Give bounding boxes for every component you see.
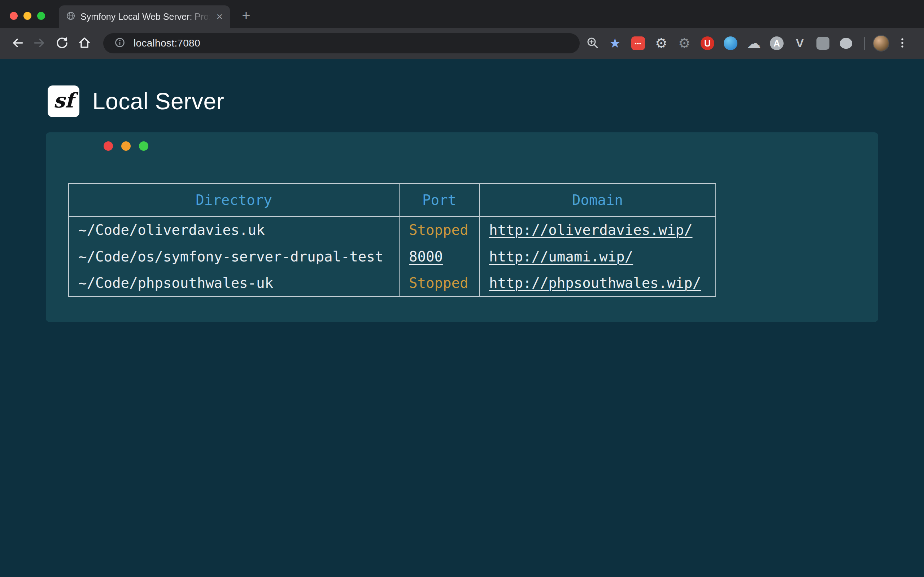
home-icon [76, 35, 92, 52]
forward-icon [32, 35, 48, 52]
port-link[interactable]: 8000 [409, 248, 443, 265]
table-row: ~/Code/oliverdavies.ukStoppedhttp://oliv… [69, 216, 716, 243]
kebab-menu-icon [894, 35, 910, 52]
table-row: ~/Code/phpsouthwales-ukStoppedhttp://php… [69, 270, 716, 297]
table-header-row: Directory Port Domain [69, 184, 716, 216]
window-close-button[interactable] [10, 12, 18, 20]
gear-extension-icon-glyph: ⚙ [655, 35, 667, 51]
adblock-extension-icon-glyph: ••• [631, 36, 645, 50]
github-extension-icon[interactable] [836, 33, 856, 53]
window-controls [10, 12, 45, 20]
directory-column-header: Directory [69, 184, 399, 216]
domain-cell: http://umami.wip/ [479, 243, 716, 270]
page-title: Local Server [92, 88, 224, 115]
gear-dark-extension-icon[interactable]: ⚙ [674, 33, 695, 53]
blue-circle-extension-icon[interactable] [720, 33, 741, 53]
window-zoom-button[interactable] [37, 12, 45, 20]
page-content: sf Local Server Directory Port Domain ~/… [0, 59, 924, 577]
browser-toolbar: localhost:7080 ★ •••⚙⚙U☁AV [0, 28, 924, 59]
url-text: localhost:7080 [134, 37, 200, 49]
reload-button[interactable] [53, 34, 71, 53]
terminal-dot-green-icon [139, 141, 149, 151]
directory-cell: ~/Code/os/symfony-server-drupal-test [69, 243, 399, 270]
gear-extension-icon[interactable]: ⚙ [651, 33, 671, 53]
gray-extension-icon-glyph [816, 37, 829, 50]
forward-button[interactable] [30, 34, 49, 53]
reload-icon [54, 35, 70, 52]
letter-a-extension-icon[interactable]: A [767, 33, 787, 53]
port-cell: Stopped [399, 216, 479, 243]
back-button[interactable] [8, 34, 27, 53]
port-cell: 8000 [399, 243, 479, 270]
port-status: Stopped [409, 275, 468, 291]
cloud-extension-icon-glyph: ☁ [746, 35, 761, 52]
tab-close-icon[interactable]: × [215, 11, 223, 22]
letter-v-extension-icon-glyph: V [796, 37, 803, 50]
window-minimize-button[interactable] [23, 12, 31, 20]
domain-column-header: Domain [479, 184, 716, 216]
symfony-logo-icon: sf [48, 85, 79, 117]
gear-dark-extension-icon-glyph: ⚙ [678, 35, 690, 51]
server-table-body: ~/Code/oliverdavies.ukStoppedhttp://oliv… [69, 216, 716, 297]
profile-avatar[interactable] [873, 35, 889, 52]
github-extension-icon-glyph [840, 38, 852, 49]
server-table-wrap: Directory Port Domain ~/Code/oliverdavie… [68, 183, 716, 297]
domain-cell: http://oliverdavies.wip/ [479, 216, 716, 243]
port-cell: Stopped [399, 270, 479, 297]
gray-extension-icon[interactable] [813, 33, 833, 53]
zoom-button[interactable] [583, 34, 602, 53]
symfony-logo-glyph: sf [53, 89, 74, 112]
server-table: Directory Port Domain ~/Code/oliverdavie… [68, 183, 716, 297]
table-row: ~/Code/os/symfony-server-drupal-test8000… [69, 243, 716, 270]
terminal-dot-orange-icon [121, 141, 131, 151]
port-status: Stopped [409, 222, 468, 238]
new-tab-button[interactable]: + [238, 8, 254, 23]
server-panel: Directory Port Domain ~/Code/oliverdavie… [46, 132, 878, 322]
domain-link[interactable]: http://phpsouthwales.wip/ [489, 275, 701, 291]
tab-title: Symfony Local Web Server: Prox [81, 11, 210, 22]
browser-tab[interactable]: Symfony Local Web Server: Prox × [59, 5, 230, 28]
bookmark-star-icon: ★ [609, 37, 621, 50]
home-button[interactable] [75, 34, 94, 53]
ublock-extension-icon[interactable]: U [697, 33, 717, 53]
directory-cell: ~/Code/phpsouthwales-uk [69, 270, 399, 297]
cloud-extension-icon[interactable]: ☁ [743, 33, 764, 53]
blue-circle-extension-icon-glyph [724, 36, 737, 50]
terminal-dots [103, 141, 149, 151]
zoom-icon [585, 35, 601, 52]
letter-v-extension-icon[interactable]: V [790, 33, 810, 53]
port-column-header: Port [399, 184, 479, 216]
domain-link[interactable]: http://umami.wip/ [489, 248, 633, 265]
address-bar[interactable]: localhost:7080 [103, 33, 580, 53]
domain-cell: http://phpsouthwales.wip/ [479, 270, 716, 297]
tab-favicon-globe-icon [66, 11, 76, 22]
bookmark-button[interactable]: ★ [606, 34, 624, 53]
toolbar-divider [864, 37, 865, 50]
site-info-icon[interactable] [112, 35, 128, 52]
terminal-dot-red-icon [103, 141, 113, 151]
adblock-extension-icon[interactable]: ••• [628, 33, 648, 53]
ublock-extension-icon-glyph: U [701, 36, 714, 50]
browser-menu-button[interactable] [893, 34, 912, 53]
directory-cell: ~/Code/oliverdavies.uk [69, 216, 399, 243]
letter-a-extension-icon-glyph: A [770, 36, 783, 50]
back-icon [10, 35, 25, 52]
logo-row: sf Local Server [0, 59, 924, 117]
domain-link[interactable]: http://oliverdavies.wip/ [489, 222, 693, 238]
tab-strip: Symfony Local Web Server: Prox × + [0, 0, 924, 28]
extensions-area: •••⚙⚙U☁AV [628, 33, 856, 53]
